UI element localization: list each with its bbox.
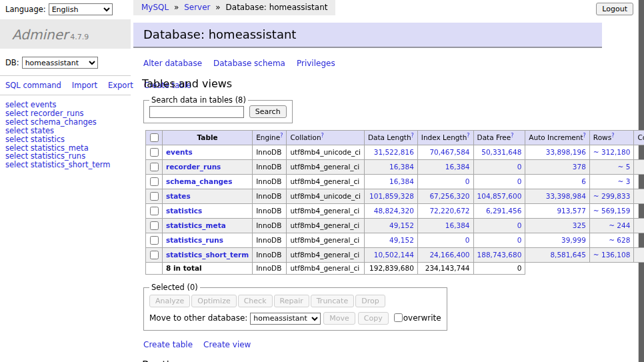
- help-link[interactable]: ?: [321, 133, 324, 139]
- auto-increment-link[interactable]: 913,577: [557, 207, 585, 215]
- sidebar-table-link[interactable]: statistics_runs: [31, 151, 85, 161]
- auto-increment-link[interactable]: 378: [573, 163, 586, 171]
- copy-button[interactable]: Copy: [358, 312, 389, 325]
- data-length-link[interactable]: 10,502,144: [374, 251, 414, 259]
- table-name-link[interactable]: states: [166, 192, 191, 200]
- row-checkbox[interactable]: [150, 251, 159, 259]
- row-checkbox[interactable]: [150, 177, 159, 186]
- create-link[interactable]: Create table: [143, 340, 193, 349]
- select-link[interactable]: select: [5, 160, 28, 169]
- breadcrumb-link[interactable]: MySQL: [141, 3, 169, 12]
- language-select[interactable]: English: [49, 3, 113, 15]
- data-length-link[interactable]: 49,152: [389, 221, 414, 229]
- data-free-link[interactable]: 188,743,680: [477, 251, 522, 259]
- rows-link[interactable]: ~ 5: [618, 163, 631, 171]
- auto-increment-link[interactable]: 39,999: [561, 236, 586, 244]
- table-name-link[interactable]: events: [166, 148, 193, 156]
- select-link[interactable]: select: [5, 151, 28, 161]
- rows-link[interactable]: ~ 312,180: [593, 148, 631, 156]
- truncate-button[interactable]: Truncate: [311, 295, 354, 307]
- optimize-button[interactable]: Optimize: [191, 295, 236, 307]
- repair-button[interactable]: Repair: [274, 295, 309, 307]
- select-link[interactable]: select: [5, 135, 28, 144]
- table-name-link[interactable]: statistics: [166, 207, 202, 215]
- select-link[interactable]: select: [5, 143, 28, 153]
- select-link[interactable]: select: [5, 109, 28, 118]
- sidebar-table-link[interactable]: statistics_meta: [31, 143, 89, 153]
- rows-link[interactable]: ~ 299,833: [593, 192, 631, 200]
- data-free-link[interactable]: 50,331,648: [481, 148, 521, 156]
- index-length-link[interactable]: 70,467,584: [429, 148, 469, 156]
- rows-link[interactable]: ~ 136,108: [593, 251, 631, 259]
- help-link[interactable]: ?: [411, 133, 414, 139]
- row-checkbox[interactable]: [150, 236, 159, 245]
- sidebar-table-link[interactable]: states: [31, 126, 54, 135]
- rows-link[interactable]: ~ 628: [609, 236, 630, 244]
- auto-increment-link[interactable]: 325: [573, 221, 586, 229]
- sidebar-action-link[interactable]: SQL command: [5, 81, 61, 90]
- auto-increment-link[interactable]: 8,581,645: [550, 251, 585, 259]
- check-button[interactable]: Check: [238, 295, 273, 307]
- help-link[interactable]: ?: [467, 133, 469, 139]
- database-action-link[interactable]: Alter database: [143, 59, 202, 68]
- sidebar-table-link[interactable]: events: [31, 100, 57, 109]
- sidebar-table-link[interactable]: schema_changes: [31, 117, 97, 127]
- data-length-link[interactable]: 49,152: [389, 236, 414, 244]
- select-link[interactable]: select: [5, 126, 28, 135]
- select-all-checkbox[interactable]: [150, 133, 159, 142]
- search-button[interactable]: Search: [249, 105, 287, 118]
- data-free-link[interactable]: 0: [517, 163, 522, 171]
- data-free-link[interactable]: 0: [517, 236, 522, 244]
- table-name-link[interactable]: statistics_short_term: [166, 251, 249, 259]
- index-length-link[interactable]: 16,384: [445, 163, 470, 171]
- drop-button[interactable]: Drop: [355, 295, 385, 307]
- help-link[interactable]: ?: [583, 133, 586, 139]
- index-length-link[interactable]: 67,256,320: [429, 192, 469, 200]
- rows-link[interactable]: ~ 244: [609, 221, 630, 229]
- data-free-link[interactable]: 0: [517, 177, 522, 185]
- select-link[interactable]: select: [5, 117, 28, 127]
- index-length-link[interactable]: 72,220,672: [429, 207, 469, 215]
- sidebar-table-link[interactable]: recorder_runs: [31, 109, 84, 118]
- select-link[interactable]: select: [5, 100, 28, 109]
- row-checkbox[interactable]: [150, 148, 159, 157]
- data-length-link[interactable]: 101,859,328: [369, 192, 414, 200]
- search-input[interactable]: [149, 106, 244, 118]
- table-name-link[interactable]: statistics_runs: [166, 236, 223, 244]
- move-database-select[interactable]: homeassistant: [250, 313, 321, 325]
- overwrite-checkbox[interactable]: [394, 313, 403, 322]
- rows-link[interactable]: ~ 569,159: [593, 207, 631, 215]
- data-length-link[interactable]: 31,522,816: [374, 148, 414, 156]
- create-link[interactable]: Create view: [203, 340, 251, 349]
- sidebar-table-link[interactable]: statistics: [31, 135, 65, 144]
- app-name[interactable]: Adminer: [12, 27, 68, 43]
- row-checkbox[interactable]: [150, 163, 159, 171]
- data-length-link[interactable]: 16,384: [389, 163, 414, 171]
- table-name-link[interactable]: schema_changes: [166, 177, 233, 185]
- data-length-link[interactable]: 48,824,320: [374, 207, 414, 215]
- database-action-link[interactable]: Database schema: [213, 59, 285, 68]
- db-select[interactable]: homeassistant: [22, 57, 98, 69]
- help-link[interactable]: ?: [280, 133, 283, 139]
- sidebar-action-link[interactable]: Export: [108, 81, 133, 90]
- index-length-link[interactable]: 16,384: [445, 221, 470, 229]
- row-checkbox[interactable]: [150, 221, 159, 230]
- rows-link[interactable]: ~ 3: [618, 177, 631, 185]
- row-checkbox[interactable]: [150, 192, 159, 201]
- row-checkbox[interactable]: [150, 207, 159, 215]
- data-free-link[interactable]: 6,291,456: [486, 207, 521, 215]
- help-link[interactable]: ?: [611, 133, 614, 139]
- data-length-link[interactable]: 16,384: [389, 177, 414, 185]
- database-action-link[interactable]: Privileges: [297, 59, 335, 68]
- sidebar-action-link[interactable]: Import: [72, 81, 97, 90]
- move-button[interactable]: Move: [323, 312, 355, 325]
- auto-increment-link[interactable]: 6: [581, 177, 586, 185]
- data-free-link[interactable]: 0: [517, 221, 522, 229]
- sidebar-table-link[interactable]: statistics_short_term: [31, 160, 111, 169]
- index-length-link[interactable]: 24,166,400: [429, 251, 469, 259]
- data-free-link[interactable]: 104,857,600: [477, 192, 522, 200]
- index-length-link[interactable]: 0: [465, 236, 470, 244]
- analyze-button[interactable]: Analyze: [149, 295, 190, 307]
- index-length-link[interactable]: 0: [465, 177, 470, 185]
- help-link[interactable]: ?: [511, 133, 513, 139]
